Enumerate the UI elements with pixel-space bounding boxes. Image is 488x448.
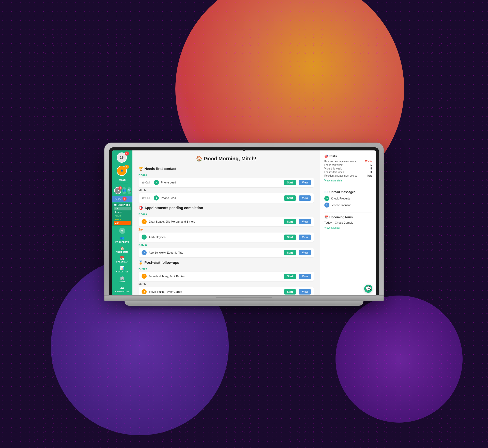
resident-label: 1R — [116, 189, 119, 192]
unread-badge-knock: 19 — [324, 196, 329, 201]
sidebar-item-prospects[interactable]: 👥 PROSPECTS — [112, 235, 132, 245]
messages-header: ✉️ MESSAGES — [114, 204, 131, 206]
nav-items: 👥 PROSPECTS 🏠 RESIDENTS 📅 CALENDAR — [112, 235, 132, 294]
task-badge: 2 — [142, 289, 147, 294]
task-description: Phone Lead — [161, 181, 282, 184]
resident-avatar[interactable]: 1R 8 — [114, 187, 121, 194]
resident-engagement-label: Resident engagement score: — [324, 174, 357, 177]
view-more-stats-link[interactable]: View more stats — [324, 179, 342, 182]
properties-label: PROPERTIES — [115, 290, 130, 293]
laptop-hinge — [216, 297, 272, 299]
section-post-visit: 🏅 Post-visit follow-ups Knock 2 Jannah H… — [139, 260, 314, 295]
view-button[interactable]: View — [299, 219, 311, 224]
stats-icon: 🎯 — [324, 155, 328, 158]
contact-jenece[interactable]: Jenece — [114, 210, 131, 214]
panel-divider-2 — [324, 212, 372, 212]
resident-engagement-row: Resident engagement score: N/A — [324, 174, 372, 177]
visits-week-value: 5 — [370, 167, 372, 170]
laptop-camera — [243, 149, 245, 151]
float-action-button[interactable]: 💬 — [364, 285, 372, 293]
units-label: UNITS — [119, 281, 126, 283]
section-title-text: Appointments pending completion — [144, 206, 203, 210]
section-title-appointments: 🎯 Appointments pending completion — [139, 206, 314, 210]
resident-badge: 8 — [118, 186, 122, 190]
section-title-post-visit: 🏅 Post-visit follow-ups — [139, 260, 314, 265]
section-appointments-pending: 🎯 Appointments pending completion Knock … — [139, 206, 314, 257]
task-description: Jannah Hobday, Jack Becker — [149, 275, 282, 278]
group-label-mitch-2: Mitch — [139, 283, 314, 286]
view-calendar-link[interactable]: View calendar — [324, 226, 340, 229]
search-icon[interactable]: 🔍 — [127, 187, 131, 194]
sidebar-item-units[interactable]: 🏢 UNITS — [112, 274, 132, 284]
task-badge: 1 — [154, 180, 159, 185]
leases-week-label: Leases this week: — [324, 171, 345, 174]
task-row: 2 Jannah Hobday, Jack Becker Start View — [139, 272, 314, 281]
start-button[interactable]: Start — [284, 289, 296, 295]
units-icon: 🏢 — [120, 276, 125, 280]
todo-section[interactable]: TO-DO 5 — [112, 196, 132, 202]
view-button[interactable]: View — [299, 235, 311, 240]
start-button[interactable]: Start — [284, 235, 296, 240]
view-button[interactable]: View — [299, 274, 311, 279]
add-person-icon[interactable]: 👥 — [122, 187, 126, 194]
main-content: 🏠 Good Morning, Mitch! 🏆 Needs first con… — [132, 150, 320, 295]
group-label-zak-1: Zak — [139, 228, 314, 231]
user-name-label: Mitch — [119, 178, 126, 181]
view-button[interactable]: View — [299, 250, 311, 255]
sidebar-item-residents[interactable]: 🏠 RESIDENTS — [112, 245, 132, 255]
medal-icon: 🏅 — [139, 260, 143, 265]
secondary-avatar[interactable]: 👤 8 — [117, 166, 128, 177]
task-badge: 1 — [142, 235, 147, 240]
contact-zak[interactable]: Zak — [114, 221, 131, 225]
task-description: Andy Hayden — [149, 236, 282, 239]
start-button[interactable]: Start — [284, 250, 296, 255]
group-label-knock-3: Knock — [139, 267, 314, 270]
tour-item-1: Today – Chuck Gamble — [324, 221, 372, 224]
sidebar-bottom: ⚙️ MORE Account Toolbox Support ∨ Log ou… — [112, 294, 132, 295]
tours-title: 📅 Upcoming tours — [324, 215, 372, 219]
task-row: ☎ Call 1 Phone Lead Start View — [139, 193, 314, 203]
page-greeting: 🏠 Good Morning, Mitch! — [139, 156, 314, 162]
start-button[interactable]: Start — [284, 180, 296, 185]
task-row: 1 Andy Hayden Start View — [139, 233, 314, 242]
trophy-icon: 🏆 — [139, 167, 143, 171]
messages-icon: ✉️ — [114, 204, 117, 206]
add-contact-button[interactable]: + — [119, 228, 125, 234]
unread-label: Unread messages — [329, 190, 356, 194]
resident-engagement-value: N/A — [368, 174, 372, 177]
contact-me[interactable]: Me — [114, 207, 131, 210]
unread-item-jenece: 1 Jenece Johnson — [324, 203, 372, 208]
leases-week-row: Leases this week: 0 — [324, 171, 372, 174]
leads-week-value: 5 — [370, 164, 372, 166]
start-button[interactable]: Start — [284, 195, 296, 201]
contact-knock[interactable]: Knock — [114, 218, 131, 221]
group-label-kalvin-1: Kalvin — [139, 243, 314, 246]
view-button[interactable]: View — [299, 289, 311, 295]
section-title-text: Post-visit follow-ups — [144, 260, 179, 265]
leads-week-label: Leads this week: — [324, 164, 343, 166]
stats-title: 🎯 Stats — [324, 155, 372, 158]
user-avatar[interactable]: 1S 4 — [117, 152, 128, 164]
task-description: Steve Smith, Taylor Garrett — [149, 290, 282, 293]
residents-icon: 🏠 — [120, 246, 125, 250]
resident-row: 1R 8 👥 🔍 📞 — [112, 187, 132, 195]
prospects-icon: 👥 — [120, 236, 125, 240]
view-button[interactable]: View — [299, 195, 311, 201]
task-badge: 3 — [142, 219, 147, 224]
contact-kalvin[interactable]: Kalvin — [114, 214, 131, 218]
sidebar-item-properties[interactable]: 🏘 PROPERTIES — [112, 284, 132, 294]
sidebar-item-calendar[interactable]: 📅 CALENDAR — [112, 255, 132, 265]
visits-week-label: Visits this week: — [324, 167, 342, 170]
messages-section: ✉️ MESSAGES Me Jenece Kalvin Knock Zak — [112, 203, 132, 226]
prospects-label: PROSPECTS — [115, 241, 129, 243]
start-button[interactable]: Start — [284, 274, 296, 279]
start-button[interactable]: Start — [284, 219, 296, 224]
panel-divider-1 — [324, 187, 372, 187]
task-type: ☎ Call — [142, 197, 152, 199]
group-label-knock-1: Knock — [139, 173, 314, 176]
secondary-avatar-area: 👤 8 — [117, 166, 128, 177]
sidebar-item-analytics[interactable]: 📊 ANALYTICS — [112, 265, 132, 274]
view-button[interactable]: View — [299, 180, 311, 185]
laptop-base — [104, 296, 384, 301]
leads-week-row: Leads this week: 5 — [324, 164, 372, 166]
